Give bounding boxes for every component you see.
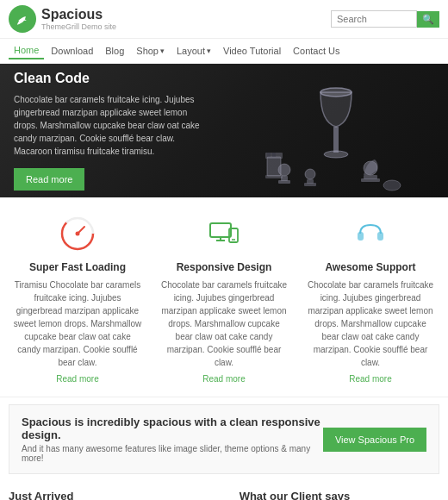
svg-rect-5 [278,180,290,184]
site-title: Spacious [41,7,116,22]
feature-support-icon-container [305,213,436,254]
nav-home[interactable]: Home [9,42,44,59]
svg-point-2 [324,151,348,158]
divider [0,397,448,397]
svg-point-21 [76,232,80,236]
hero-read-more-button[interactable]: Read more [14,168,84,191]
logo-text: Spacious ThemeGrill Demo site [41,7,116,31]
logo-icon [9,5,36,33]
just-arrived-title: Just Arrived [9,490,73,500]
nav-download[interactable]: Download [46,43,98,59]
nav-shop[interactable]: Shop [131,43,170,59]
promo-bar: Spacious is incredibly spacious with a c… [9,404,439,474]
nav-blog[interactable]: Blog [100,43,129,59]
feature-support: Awesome Support Chocolate bar caramels f… [302,213,439,384]
feature-support-description: Chocolate bar caramels fruitcake icing. … [305,278,436,369]
hero-description: Chocolate bar caramels fruitcake icing. … [14,93,210,158]
logo-area: Spacious ThemeGrill Demo site [9,5,116,33]
responsive-icon [205,215,243,253]
feature-support-title: Awesome Support [305,261,436,273]
svg-rect-13 [267,157,281,176]
just-arrived-section: Just Arrived [9,490,229,500]
svg-rect-16 [272,153,276,157]
testimonial-section: What our Client says “ Chocolate bar car… [240,490,439,500]
bottom-section: Just Arrived [0,481,448,500]
feature-support-link[interactable]: Read more [349,374,391,384]
hero-content: Clean Code Chocolate bar caramels fruitc… [0,64,224,197]
search-input[interactable] [331,10,417,28]
hero-title: Clean Code [14,71,210,86]
main-nav: Home Download Blog Shop Layout Video Tut… [0,39,448,64]
hero-section: Clean Code Chocolate bar caramels fruitc… [0,64,448,197]
svg-rect-15 [267,153,271,157]
header: Spacious ThemeGrill Demo site 🔍 [0,0,448,39]
promo-subtitle: And it has many awesome features like im… [22,444,323,463]
site-subtitle: ThemeGrill Demo site [41,22,116,31]
feature-speed: Super Fast Loading Tiramisu Chocolate ba… [9,213,146,384]
feature-responsive-description: Chocolate bar caramels fruitcake icing. … [159,278,289,369]
feature-speed-link[interactable]: Read more [56,374,98,384]
promo-text: Spacious is incredibly spacious with a c… [22,416,323,463]
svg-rect-17 [265,175,283,178]
svg-rect-22 [210,223,231,237]
svg-point-6 [305,169,315,179]
nav-contact[interactable]: Contact Us [288,43,345,59]
svg-rect-8 [304,183,316,186]
feature-speed-icon-container [12,213,143,254]
svg-rect-1 [333,127,339,153]
feature-responsive: Responsive Design Chocolate bar caramels… [155,213,293,384]
header-search: 🔍 [331,10,439,28]
testimonial-title: What our Client says [240,490,351,500]
nav-layout[interactable]: Layout [171,43,216,59]
feature-responsive-title: Responsive Design [159,261,289,273]
search-button[interactable]: 🔍 [417,11,439,28]
features-section: Super Fast Loading Tiramisu Chocolate ba… [0,197,448,393]
speed-icon [59,215,96,253]
svg-rect-28 [377,232,383,241]
svg-rect-11 [361,178,380,182]
svg-point-12 [383,180,401,191]
feature-speed-title: Super Fast Loading [12,261,143,273]
svg-rect-27 [358,232,364,241]
feature-responsive-link[interactable]: Read more [202,374,245,384]
feature-speed-description: Tiramisu Chocolate bar caramels fruitcak… [12,278,143,369]
nav-video-tutorial[interactable]: Video Tutorial [218,43,286,59]
promo-title: Spacious is incredibly spacious with a c… [22,416,323,441]
leaf-icon [15,11,30,27]
promo-button[interactable]: View Spacious Pro [323,428,426,452]
hero-image [250,64,422,197]
support-icon [352,215,389,253]
chess-pieces-svg [258,66,414,196]
feature-responsive-icon-container [159,213,289,254]
